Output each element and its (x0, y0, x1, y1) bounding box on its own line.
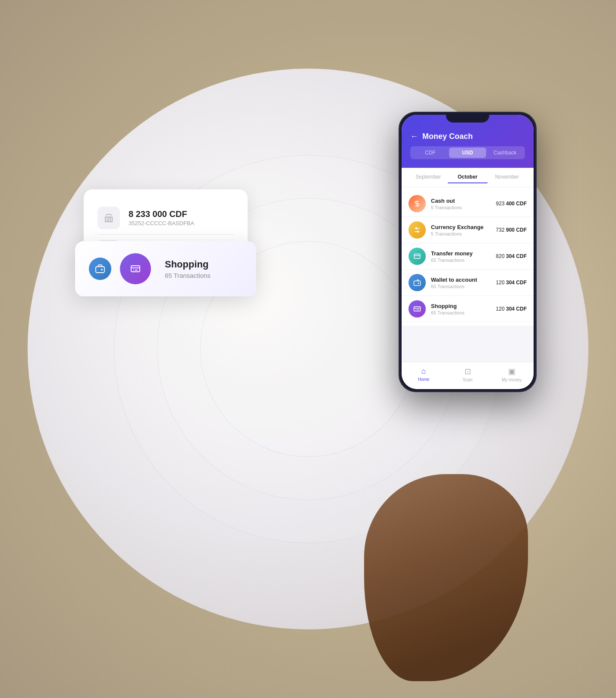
tab-usd[interactable]: USD (449, 148, 487, 158)
svg-point-1 (101, 269, 102, 270)
home-icon: ⌂ (421, 367, 426, 376)
shopping-tx-sub: 65 Transactions (431, 310, 491, 315)
transaction-list: Cash out 5 Transactions 923 400 CDF (402, 187, 534, 326)
account-info-1: 8 233 000 CDF 35252-CCCCC-BASDFBA (129, 209, 194, 226)
nav-scan[interactable]: ⊡ Scan (446, 367, 490, 382)
back-arrow-icon[interactable]: ← (410, 132, 418, 141)
wallet-tx-icon (409, 274, 426, 291)
wallet-name: Wallet to account (431, 277, 491, 283)
card-front-info: Shopping 65 Transactions (165, 259, 211, 279)
transfer-amount: 820 304 CDF (496, 253, 527, 259)
nav-scan-label: Scan (463, 377, 473, 382)
exchange-sub: 5 Transactions (431, 231, 491, 236)
transaction-item-transfer[interactable]: Transfer money 65 Transactions 820 304 C… (402, 243, 534, 270)
hand-image (364, 474, 528, 681)
transfer-icon (409, 248, 426, 265)
transaction-item-shopping[interactable]: Shopping 65 Transactions 120 304 CDF (402, 296, 534, 322)
svg-rect-4 (414, 281, 421, 286)
scene: 8 233 000 CDF 35252-CCCCC-BASDFBA 3 341 … (71, 69, 545, 629)
transfer-name: Transfer money (431, 250, 491, 257)
cashout-amount: 923 400 CDF (496, 201, 527, 207)
shopping-subtitle: 65 Transactions (165, 272, 211, 279)
tab-october[interactable]: October (448, 171, 487, 183)
cards-group: 8 233 000 CDF 35252-CCCCC-BASDFBA 3 341 … (84, 189, 248, 280)
exchange-name: Currency Exchange (431, 224, 491, 230)
shopping-tx-info: Shopping 65 Transactions (431, 303, 491, 315)
transaction-item-cashout[interactable]: Cash out 5 Transactions 923 400 CDF (402, 191, 534, 217)
wallet-amount: 120 304 CDF (496, 280, 527, 286)
tab-cdf[interactable]: CDF (412, 148, 449, 158)
phone-container: ← Money Coach CDF USD Cashback September (399, 112, 537, 392)
bank-icon-1 (97, 207, 120, 229)
svg-rect-3 (414, 254, 420, 259)
phone: ← Money Coach CDF USD Cashback September (399, 112, 537, 392)
tab-november[interactable]: November (487, 171, 527, 183)
account-row-1: 8 233 000 CDF 35252-CCCCC-BASDFBA (97, 201, 234, 234)
shopping-title: Shopping (165, 259, 211, 270)
transfer-info: Transfer money 65 Transactions (431, 250, 491, 263)
nav-home[interactable]: ⌂ Home (402, 367, 446, 382)
transaction-item-wallet[interactable]: Wallet to account 65 Transactions 120 30… (402, 270, 534, 296)
exchange-info: Currency Exchange 5 Transactions (431, 224, 491, 236)
transfer-sub: 65 Transactions (431, 258, 491, 263)
currency-tabs: CDF USD Cashback (410, 146, 525, 159)
nav-mymoney[interactable]: ▣ My money (490, 367, 534, 382)
scan-icon: ⊡ (465, 367, 471, 376)
svg-rect-6 (414, 307, 421, 311)
account-number-1: 35252-CCCCC-BASDFBA (129, 220, 194, 226)
cashout-sub: 5 Transactions (431, 205, 491, 210)
shopping-tx-icon (409, 300, 426, 318)
phone-screen: ← Money Coach CDF USD Cashback September (402, 115, 534, 389)
app-title: Money Coach (422, 132, 473, 141)
phone-notch (446, 113, 489, 123)
nav-home-label: Home (418, 377, 430, 382)
transaction-item-exchange[interactable]: Currency Exchange 5 Transactions 732 900… (402, 217, 534, 243)
app-header-top: ← Money Coach (410, 132, 525, 141)
exchange-icon (409, 221, 426, 239)
exchange-amount: 732 900 CDF (496, 227, 527, 233)
shopping-icon-circle (120, 253, 151, 284)
nav-mymoney-label: My money (502, 377, 522, 382)
wallet-info: Wallet to account 65 Transactions (431, 277, 491, 289)
svg-point-5 (418, 283, 419, 284)
svg-rect-0 (96, 267, 104, 273)
mymoney-icon: ▣ (508, 367, 515, 376)
account-amount-1: 8 233 000 CDF (129, 209, 194, 219)
svg-rect-2 (131, 266, 140, 272)
shopping-tx-amount: 120 304 CDF (496, 306, 527, 312)
tab-september[interactable]: September (409, 171, 448, 183)
wallet-icon-circle (89, 258, 111, 280)
cashout-info: Cash out 5 Transactions (431, 198, 491, 210)
tab-cashback[interactable]: Cashback (486, 148, 524, 158)
cashout-name: Cash out (431, 198, 491, 204)
app-header: ← Money Coach CDF USD Cashback (402, 115, 534, 168)
cashout-icon (409, 195, 426, 212)
shopping-tx-name: Shopping (431, 303, 491, 309)
month-tabs: September October November (402, 168, 534, 187)
main-content: 8 233 000 CDF 35252-CCCCC-BASDFBA 3 341 … (0, 0, 616, 698)
bottom-nav: ⌂ Home ⊡ Scan ▣ My money (402, 362, 534, 389)
wallet-sub: 65 Transactions (431, 284, 491, 289)
shopping-card[interactable]: Shopping 65 Transactions (75, 241, 256, 296)
